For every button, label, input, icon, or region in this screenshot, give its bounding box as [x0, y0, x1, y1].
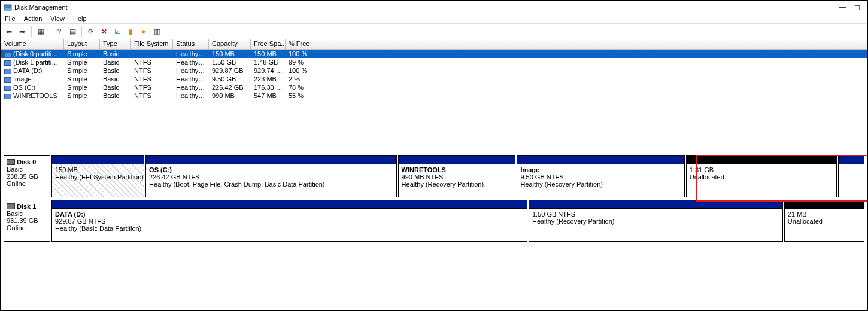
partition-bar	[839, 156, 864, 164]
partition[interactable]: Image9.50 GB NTFSHealthy (Recovery Parti…	[517, 156, 684, 197]
col-capacity[interactable]: Capacity	[209, 39, 251, 49]
partition[interactable]: OS (C:)226.42 GB NTFSHealthy (Boot, Page…	[145, 156, 397, 197]
partition[interactable]	[838, 156, 864, 197]
volume-row[interactable]: DATA (D:)SimpleBasicNTFSHealthy (B...929…	[1, 66, 867, 75]
cell-capacity: 226.42 GB	[209, 84, 251, 91]
cell-fs: NTFS	[131, 84, 173, 91]
properties-icon[interactable]: ▤	[67, 26, 78, 37]
partition-status: Healthy (Basic Data Partition)	[55, 225, 524, 232]
cell-layout: Simple	[64, 92, 100, 99]
col-type[interactable]: Type	[100, 39, 131, 49]
cell-name: (Disk 1 partition 3)	[1, 59, 64, 66]
arrow-icon[interactable]: ➤	[138, 26, 149, 37]
grid-icon[interactable]: ▥	[151, 26, 162, 37]
col-pct[interactable]: % Free	[286, 39, 314, 49]
partition-size: 929.87 GB NTFS	[55, 218, 524, 225]
disk-info[interactable]: Disk 0Basic238.35 GBOnline	[4, 156, 50, 197]
back-button[interactable]: ⬅	[4, 26, 14, 37]
disk-type: Basic	[7, 210, 47, 217]
cell-fs: NTFS	[131, 59, 173, 66]
delete-icon[interactable]: ✕	[99, 26, 110, 37]
cell-free: 176.30 GB	[251, 84, 286, 91]
cell-type: Basic	[100, 75, 131, 83]
menu-action[interactable]: Action	[24, 15, 43, 22]
cell-fs: NTFS	[131, 75, 173, 83]
cell-layout: Simple	[64, 84, 100, 91]
cell-pct: 100 %	[286, 67, 314, 74]
partition-body: Image9.50 GB NTFSHealthy (Recovery Parti…	[517, 164, 684, 197]
partition[interactable]: 1.50 GB NTFSHealthy (Recovery Partition)	[529, 200, 783, 242]
cell-free: 1.48 GB	[251, 59, 286, 66]
disk-size: 238.35 GB	[7, 173, 47, 180]
partition-bar	[517, 156, 684, 164]
cell-free: 547 MB	[251, 92, 286, 99]
col-layout[interactable]: Layout	[64, 39, 100, 49]
disk-info[interactable]: Disk 1Basic931.39 GBOnline	[4, 200, 50, 242]
partition-bar	[529, 200, 782, 209]
cell-fs: NTFS	[131, 67, 173, 74]
cell-capacity: 9.50 GB	[209, 75, 251, 83]
cell-pct: 100 %	[286, 50, 314, 57]
disk-graphical-pane: Disk 0Basic238.35 GBOnline150 MBHealthy …	[1, 153, 867, 310]
partition[interactable]: DATA (D:)929.87 GB NTFSHealthy (Basic Da…	[51, 200, 527, 242]
forward-button[interactable]: ➡	[17, 26, 28, 37]
new-icon[interactable]: ▮	[125, 26, 136, 37]
refresh-icon[interactable]: ⟳	[86, 26, 96, 37]
cell-name: WINRETOOLS	[1, 92, 64, 99]
cell-name: DATA (D:)	[1, 67, 64, 74]
cell-type: Basic	[100, 67, 131, 74]
disk-state: Online	[7, 180, 47, 187]
cell-status: Healthy (B...	[173, 84, 209, 91]
cell-pct: 99 %	[286, 59, 314, 66]
check-icon[interactable]: ☑	[112, 26, 123, 37]
partition-size: 9.50 GB NTFS	[520, 173, 681, 181]
menu-file[interactable]: File	[5, 15, 16, 22]
partition-status: Healthy (Recovery Partition)	[532, 218, 779, 225]
disk-partitions: 150 MBHealthy (EFI System Partition)OS (…	[51, 156, 864, 197]
partition-bar	[687, 156, 837, 164]
svg-rect-0	[4, 5, 11, 7]
col-status[interactable]: Status	[173, 39, 209, 49]
partition-size: 1.31 GB	[690, 166, 834, 173]
cell-layout: Simple	[64, 75, 100, 83]
help-icon[interactable]: ?	[54, 26, 65, 37]
separator	[81, 26, 82, 37]
partition-body: 1.31 GBUnallocated	[687, 164, 837, 197]
menu-help[interactable]: Help	[73, 15, 87, 22]
partition-name: WINRETOOLS	[402, 166, 512, 173]
partition-name: OS (C:)	[149, 166, 393, 173]
partition[interactable]: WINRETOOLS990 MB NTFSHealthy (Recovery P…	[398, 156, 516, 197]
cell-free: 223 MB	[251, 75, 286, 83]
partition-status: Unallocated	[788, 218, 861, 225]
cell-pct: 2 %	[286, 75, 314, 83]
volume-row[interactable]: ImageSimpleBasicNTFSHealthy (R...9.50 GB…	[1, 75, 867, 83]
volume-rows: (Disk 0 partition 1)SimpleBasicHealthy (…	[1, 50, 867, 100]
cell-fs: NTFS	[131, 92, 173, 99]
menu-view[interactable]: View	[50, 15, 65, 22]
partition-size: 21 MB	[788, 211, 861, 218]
cell-layout: Simple	[64, 67, 100, 74]
cell-pct: 78 %	[286, 84, 314, 91]
separator	[31, 26, 32, 37]
col-volume[interactable]: Volume	[1, 39, 64, 49]
minimize-button[interactable]: —	[836, 3, 850, 11]
cell-type: Basic	[100, 59, 131, 66]
cell-capacity: 1.50 GB	[209, 59, 251, 66]
col-fs[interactable]: File System	[131, 39, 173, 49]
partition[interactable]: 150 MBHealthy (EFI System Partition)	[51, 156, 144, 197]
maximize-button[interactable]: ◻	[850, 3, 864, 11]
partition-body: OS (C:)226.42 GB NTFSHealthy (Boot, Page…	[146, 164, 396, 197]
volume-row[interactable]: OS (C:)SimpleBasicNTFSHealthy (B...226.4…	[1, 83, 867, 92]
cell-status: Healthy (B...	[173, 67, 209, 74]
show-hide-icon[interactable]: ▦	[35, 26, 46, 37]
partition[interactable]: 21 MBUnallocated	[784, 200, 864, 242]
partition-body: 1.50 GB NTFSHealthy (Recovery Partition)	[529, 209, 782, 241]
volume-header[interactable]: Volume Layout Type File System Status Ca…	[1, 39, 867, 50]
cell-name: OS (C:)	[1, 84, 64, 91]
col-free[interactable]: Free Spa...	[251, 39, 286, 49]
volume-row[interactable]: (Disk 0 partition 1)SimpleBasicHealthy (…	[1, 50, 867, 58]
volume-row[interactable]: WINRETOOLSSimpleBasicNTFSHealthy (R...99…	[1, 92, 867, 100]
volume-row[interactable]: (Disk 1 partition 3)SimpleBasicNTFSHealt…	[1, 58, 867, 66]
partition[interactable]: 1.31 GBUnallocated	[686, 156, 837, 197]
partition-body: WINRETOOLS990 MB NTFSHealthy (Recovery P…	[399, 164, 515, 197]
